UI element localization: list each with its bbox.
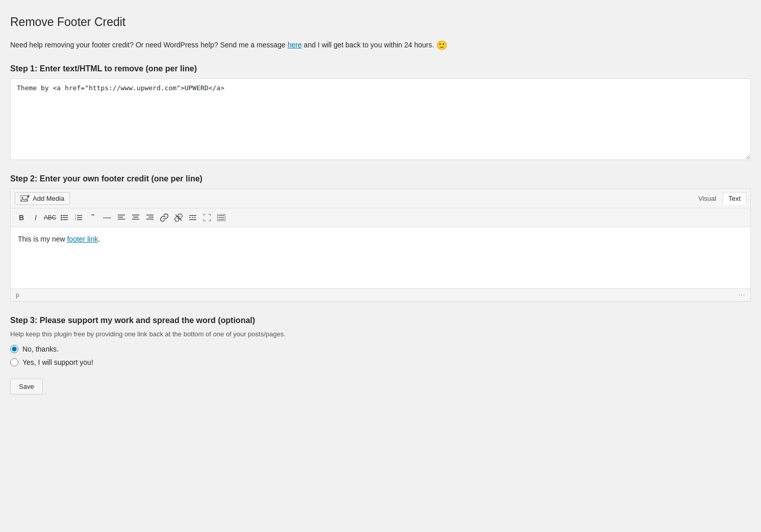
step1-title: Step 1: Enter text/HTML to remove (one p…	[10, 64, 751, 73]
save-button[interactable]: Save	[10, 379, 43, 394]
editor-content-after-link: .	[98, 235, 100, 243]
toolbar-italic[interactable]: I	[29, 211, 42, 224]
toolbar-align-center[interactable]	[129, 211, 142, 224]
editor-topbar: Add Media Visual Text	[11, 189, 750, 208]
step1-section: Step 1: Enter text/HTML to remove (one p…	[10, 64, 751, 160]
toolbar-fullscreen[interactable]	[200, 211, 214, 224]
intro-link[interactable]: here	[288, 41, 302, 49]
intro-after-link: and I will get back to you within 24 hou…	[302, 41, 434, 49]
editor-toolbar: B I ABC 1. 2. 3.	[11, 208, 750, 227]
editor-content-before-link: This is my new	[18, 235, 67, 243]
radio-yes-support[interactable]: Yes, I will support you!	[10, 358, 751, 366]
editor-container: Add Media Visual Text B I ABC	[10, 189, 751, 302]
toolbar-horizontal-rule[interactable]: —	[100, 211, 114, 224]
svg-point-8	[61, 219, 62, 220]
add-media-button[interactable]: Add Media	[15, 192, 70, 205]
toolbar-insert-more[interactable]	[186, 211, 199, 224]
svg-point-1	[22, 197, 23, 199]
add-media-icon	[20, 195, 30, 202]
editor-status-tag: p	[16, 291, 19, 299]
step1-textarea[interactable]: Theme by <a href="https://www.upwerd.com…	[10, 78, 751, 160]
svg-point-4	[61, 215, 62, 216]
step3-description: Help keep this plugin free by providing …	[10, 330, 751, 338]
radio-no-thanks[interactable]: No, thanks.	[10, 345, 751, 353]
intro-before-link: Need help removing your footer credit? O…	[10, 41, 288, 49]
step3-section: Step 3: Please support my work and sprea…	[10, 316, 751, 366]
toolbar-bold[interactable]: B	[15, 211, 28, 224]
tab-text[interactable]: Text	[723, 192, 746, 205]
editor-footer: p ⋯	[11, 288, 750, 301]
toolbar-ordered-list[interactable]: 1. 2. 3.	[72, 211, 85, 224]
toolbar-link[interactable]	[158, 211, 171, 224]
editor-tabs: Visual Text	[693, 192, 746, 205]
radio-no-input[interactable]	[10, 345, 18, 353]
editor-content[interactable]: This is my new footer link.	[11, 227, 750, 288]
toolbar-blockquote[interactable]: "	[86, 211, 99, 224]
editor-resize-handle[interactable]: ⋯	[738, 291, 745, 299]
page-title: Remove Footer Credit	[10, 15, 751, 29]
toolbar-strikethrough[interactable]: ABC	[43, 211, 57, 224]
toolbar-unordered-list[interactable]	[58, 211, 71, 224]
svg-point-6	[61, 217, 62, 218]
step2-section: Step 2: Enter your own footer credit (on…	[10, 174, 751, 302]
editor-content-link[interactable]: footer link	[67, 235, 98, 243]
svg-text:3.: 3.	[75, 218, 77, 221]
svg-line-25	[175, 215, 182, 221]
toolbar-align-right[interactable]	[143, 211, 157, 224]
toolbar-unlink[interactable]	[172, 211, 185, 224]
toolbar-align-left[interactable]	[115, 211, 128, 224]
step3-title: Step 3: Please support my work and sprea…	[10, 316, 751, 325]
radio-yes-label: Yes, I will support you!	[22, 358, 93, 366]
step2-title: Step 2: Enter your own footer credit (on…	[10, 174, 751, 183]
smiley-emoji: 🙂	[436, 40, 447, 50]
tab-visual[interactable]: Visual	[693, 192, 722, 205]
radio-yes-input[interactable]	[10, 358, 18, 366]
radio-no-label: No, thanks.	[22, 345, 59, 353]
intro-text: Need help removing your footer credit? O…	[10, 38, 751, 53]
toolbar-toggle[interactable]	[215, 211, 228, 224]
add-media-label: Add Media	[33, 195, 64, 202]
